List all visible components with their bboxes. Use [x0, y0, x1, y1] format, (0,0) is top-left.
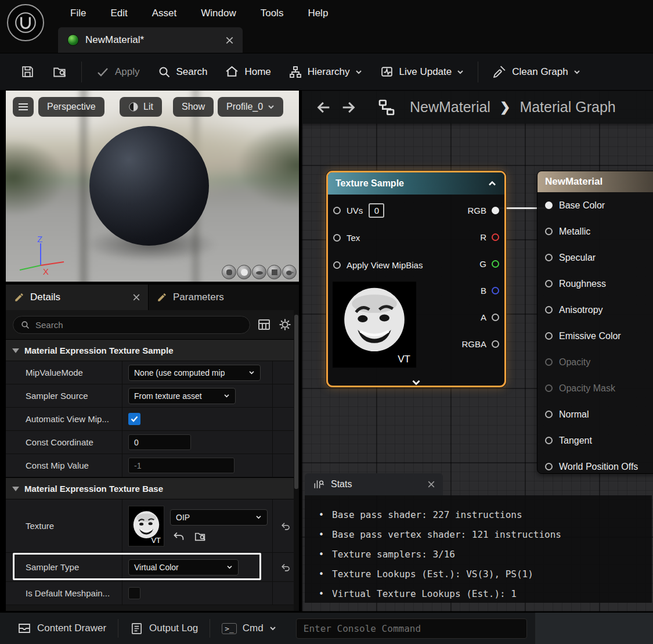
pin-circle-icon[interactable] [545, 306, 553, 314]
pin-circle-icon[interactable] [545, 411, 553, 418]
show-menu-button[interactable]: Show [173, 97, 214, 117]
material-graph-canvas[interactable]: NewMaterial ❯ Material Graph Texture Sam… [302, 91, 653, 611]
breadcrumb-root[interactable]: NewMaterial [410, 99, 490, 116]
sphere-shape-button[interactable] [237, 265, 251, 279]
section-texture-sample[interactable]: Material Expression Texture Sample [6, 339, 299, 361]
apply-button[interactable]: Apply [87, 53, 149, 90]
const-mip-value-input[interactable]: -1 [128, 458, 234, 473]
lit-mode-button[interactable]: Lit [120, 97, 162, 117]
menu-edit[interactable]: Edit [98, 0, 139, 26]
settings-gear-icon[interactable] [278, 318, 292, 332]
viewport-menu-button[interactable] [13, 97, 34, 117]
menu-help[interactable]: Help [295, 0, 340, 26]
pin-circle-icon[interactable] [333, 261, 341, 269]
live-update-button[interactable]: Live Update [371, 53, 473, 90]
node-newmaterial-header[interactable]: NewMaterial [537, 171, 653, 192]
uv-default-value[interactable]: 0 [369, 203, 384, 218]
material-pin-world-position-offset[interactable]: World Position Offs [537, 454, 653, 473]
menu-tools[interactable]: Tools [248, 0, 296, 26]
pin-circle-icon[interactable] [492, 287, 499, 294]
pin-circle-icon[interactable] [492, 233, 499, 241]
pin-circle-icon[interactable] [492, 207, 499, 214]
pin-circle-icon[interactable] [492, 340, 499, 348]
input-pin-tex[interactable]: Tex [333, 230, 360, 245]
console-command-box[interactable] [296, 618, 527, 639]
output-pin-g[interactable]: G [479, 256, 499, 271]
output-pin-r[interactable]: R [480, 229, 499, 244]
sampler-source-dropdown[interactable]: From texture asset [128, 388, 236, 404]
stats-tab[interactable]: Stats [305, 473, 443, 495]
stats-close-icon[interactable] [428, 481, 435, 488]
tab-close-icon[interactable] [226, 37, 233, 44]
details-search-input[interactable] [35, 320, 243, 330]
material-pin-specular[interactable]: Specular [537, 244, 653, 271]
unreal-engine-logo-icon[interactable] [7, 4, 44, 41]
pin-circle-icon[interactable] [545, 228, 553, 235]
cylinder-shape-button[interactable] [222, 265, 236, 279]
output-pin-rgb[interactable]: RGB [467, 203, 499, 218]
profile-dropdown[interactable]: Profile_0 [218, 97, 283, 117]
const-coordinate-input[interactable]: 0 [128, 434, 191, 450]
input-pin-uvs[interactable]: UVs 0 [333, 203, 384, 218]
home-button[interactable]: Home [216, 53, 279, 90]
output-pin-rgba[interactable]: RGBA [461, 336, 499, 351]
display-filter-grid-icon[interactable] [257, 318, 271, 332]
back-arrow-icon[interactable] [316, 99, 332, 116]
material-pin-anisotropy[interactable]: Anisotropy [537, 297, 653, 323]
pin-circle-icon[interactable] [545, 202, 553, 209]
forward-arrow-icon[interactable] [340, 99, 356, 116]
content-drawer-button[interactable]: Content Drawer [9, 613, 114, 644]
material-pin-metallic[interactable]: Metallic [537, 218, 653, 244]
menu-window[interactable]: Window [189, 0, 248, 26]
input-pin-apply-view-mipbias[interactable]: Apply View MipBias [333, 257, 423, 272]
console-command-input[interactable] [304, 623, 519, 634]
details-search-box[interactable] [13, 316, 250, 334]
use-selected-asset-icon[interactable] [172, 530, 185, 542]
cmd-dropdown-button[interactable]: >_ Cmd [214, 613, 284, 644]
reset-to-default-icon[interactable] [280, 520, 291, 531]
sampler-type-dropdown[interactable]: Virtual Color [128, 559, 239, 575]
is-default-meshpaint-checkbox[interactable] [128, 587, 140, 599]
browse-to-asset-icon[interactable] [194, 530, 207, 543]
tab-details[interactable]: Details [6, 285, 148, 310]
node-texture-sample[interactable]: Texture Sample UVs 0 Tex Apply View MipB… [326, 171, 506, 387]
tab-newmaterial[interactable]: NewMaterial* [58, 27, 243, 53]
pin-circle-icon[interactable] [492, 260, 499, 268]
expand-chevron-down-icon[interactable] [411, 377, 421, 388]
collapse-chevron-up-icon[interactable] [488, 181, 497, 186]
pin-circle-icon[interactable] [545, 254, 553, 261]
pin-circle-icon[interactable] [333, 234, 341, 242]
search-button[interactable]: Search [149, 53, 217, 90]
pin-circle-icon[interactable] [545, 437, 553, 444]
material-pin-normal[interactable]: Normal [537, 401, 653, 427]
output-pin-b[interactable]: B [481, 283, 499, 298]
pin-circle-icon[interactable] [545, 332, 553, 340]
texture-asset-dropdown[interactable]: OIP [170, 509, 268, 526]
teapot-shape-button[interactable] [282, 265, 297, 279]
pin-circle-icon[interactable] [333, 207, 341, 214]
cube-shape-button[interactable] [267, 265, 282, 279]
output-pin-a[interactable]: A [481, 310, 499, 325]
clean-graph-button[interactable]: Clean Graph [484, 53, 589, 90]
section-texture-base[interactable]: Material Expression Texture Base [6, 477, 299, 499]
output-log-button[interactable]: Output Log [122, 613, 206, 644]
details-scrollbar[interactable] [294, 310, 299, 611]
pin-circle-icon[interactable] [492, 314, 499, 321]
mip-value-mode-dropdown[interactable]: None (use computed mip [128, 365, 261, 381]
pin-circle-icon[interactable] [545, 463, 553, 470]
reset-to-default-icon[interactable] [280, 562, 291, 573]
perspective-button[interactable]: Perspective [38, 97, 104, 117]
save-button[interactable] [12, 53, 44, 90]
node-newmaterial[interactable]: NewMaterial Base Color Metallic Specular [537, 171, 653, 474]
plane-shape-button[interactable] [252, 265, 266, 279]
details-close-icon[interactable] [133, 294, 140, 301]
material-pin-roughness[interactable]: Roughness [537, 271, 653, 297]
preview-viewport[interactable]: Perspective Lit Show Profile_0 Z X [6, 91, 299, 282]
material-pin-tangent[interactable]: Tangent [537, 427, 653, 454]
automatic-view-mip-checkbox[interactable] [128, 413, 140, 425]
hierarchy-button[interactable]: Hierarchy [280, 53, 371, 90]
node-texture-sample-header[interactable]: Texture Sample [328, 172, 504, 195]
tab-parameters[interactable]: Parameters [149, 285, 232, 310]
browse-to-asset-button[interactable] [44, 53, 76, 90]
material-pin-base-color[interactable]: Base Color [537, 192, 653, 218]
